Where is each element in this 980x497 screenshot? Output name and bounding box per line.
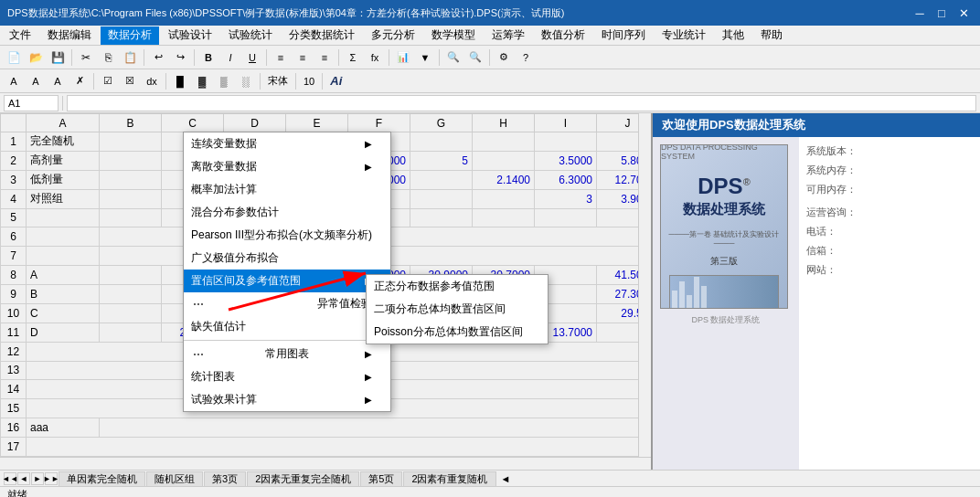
- menu-pearson3[interactable]: Pearson III型分布拟合(水文频率分析): [184, 224, 390, 247]
- cell-H3[interactable]: 2.1400: [473, 170, 535, 189]
- cell-A8[interactable]: A: [27, 266, 100, 285]
- tb2-format3[interactable]: ▒: [214, 71, 234, 91]
- menu-missing-val[interactable]: 缺失值估计: [184, 315, 390, 338]
- col-header-E[interactable]: E: [286, 114, 348, 132]
- col-header-B[interactable]: B: [100, 114, 162, 132]
- cell-G4[interactable]: [410, 189, 473, 208]
- cell-B1[interactable]: [100, 132, 162, 152]
- tb-help[interactable]: ?: [516, 48, 536, 68]
- tb-italic[interactable]: I: [220, 48, 240, 68]
- cell-I2[interactable]: 3.5000: [535, 151, 597, 170]
- cell-B11[interactable]: [100, 323, 162, 342]
- cell-J2[interactable]: 5.8000: [597, 151, 639, 170]
- menu-experiment-calc[interactable]: 试验效果计算 ▶: [184, 388, 390, 411]
- tb-align-center[interactable]: ≡: [293, 48, 313, 68]
- close-button[interactable]: ✕: [954, 5, 973, 21]
- col-header-I[interactable]: I: [535, 114, 597, 132]
- cell-B3[interactable]: [100, 170, 162, 189]
- tb-paste[interactable]: 📋: [120, 48, 140, 68]
- tb-cut[interactable]: ✂: [76, 48, 96, 68]
- tb2-btn1[interactable]: A: [4, 71, 24, 91]
- cell-H2[interactable]: [473, 151, 535, 170]
- cell-J8[interactable]: 41.5000: [597, 266, 639, 285]
- tb-chart[interactable]: 📊: [393, 48, 413, 68]
- tb2-check[interactable]: ☑: [98, 71, 118, 91]
- data-analysis-dropdown[interactable]: 连续变量数据 ▶ 离散变量数据 ▶ 概率加法计算 混合分布参数估计 Pearso…: [183, 132, 391, 412]
- menu-special-stats[interactable]: 专业统计: [655, 26, 713, 45]
- menu-poisson-ci[interactable]: Poisson分布总体均数置信区间: [367, 321, 548, 344]
- menu-help[interactable]: 帮助: [753, 26, 790, 45]
- sheet-nav-prev[interactable]: ◄: [17, 472, 30, 485]
- cell-J9[interactable]: 27.3000: [597, 285, 639, 304]
- cell-J3[interactable]: 12.7000: [597, 170, 639, 189]
- cell-J1[interactable]: [597, 132, 639, 152]
- tb-settings[interactable]: ⚙: [494, 48, 514, 68]
- menu-experiment-stats[interactable]: 试验统计: [221, 26, 280, 45]
- tb-underline[interactable]: U: [242, 48, 262, 68]
- menu-continuous-var[interactable]: 连续变量数据 ▶: [184, 132, 390, 155]
- tb-zoom-in[interactable]: 🔍: [443, 48, 463, 68]
- menu-experiment-design[interactable]: 试验设计: [161, 26, 219, 45]
- tb-save[interactable]: 💾: [48, 48, 68, 68]
- cell-I3[interactable]: 6.3000: [535, 170, 597, 189]
- col-header-J[interactable]: J: [597, 114, 639, 132]
- tb-zoom-out[interactable]: 🔍: [465, 48, 485, 68]
- menu-prob-calc[interactable]: 概率加法计算: [184, 178, 390, 201]
- tb2-btn4[interactable]: ✗: [69, 71, 90, 91]
- menu-operations[interactable]: 运筹学: [485, 26, 532, 45]
- tb2-format1[interactable]: █: [170, 71, 190, 91]
- confidence-submenu[interactable]: 正态分布数据参考值范围 二项分布总体均数置信区间 Poisson分布总体均数置信…: [366, 274, 549, 344]
- minimize-button[interactable]: ─: [911, 5, 929, 21]
- vertical-scrollbar[interactable]: [638, 113, 651, 457]
- cell-I5[interactable]: [535, 208, 597, 227]
- col-header-F[interactable]: F: [348, 114, 410, 132]
- cell-J5[interactable]: [597, 208, 639, 227]
- tb2-x[interactable]: ☒: [120, 71, 140, 91]
- col-header-H[interactable]: H: [473, 114, 535, 132]
- sheet-nav-last[interactable]: ►►: [45, 472, 58, 485]
- menu-discrete-var[interactable]: 离散变量数据 ▶: [184, 155, 390, 178]
- cell-J10[interactable]: 29.500: [597, 303, 639, 323]
- sheet-tab-4[interactable]: 2因素无重复完全随机: [247, 471, 359, 486]
- cell-I1[interactable]: [535, 132, 597, 152]
- cell-A6[interactable]: [27, 227, 100, 247]
- sheet-tab-5[interactable]: 第5页: [360, 471, 402, 486]
- cell-A9[interactable]: B: [27, 285, 100, 304]
- col-header-D[interactable]: D: [224, 114, 286, 132]
- maximize-button[interactable]: □: [932, 5, 951, 21]
- menu-data-edit[interactable]: 数据编辑: [40, 26, 99, 45]
- menu-gev-fit[interactable]: 广义极值分布拟合: [184, 247, 390, 270]
- formula-input[interactable]: [67, 95, 976, 111]
- cell-J4[interactable]: 3.9000: [597, 189, 639, 208]
- cell-B5[interactable]: [100, 208, 162, 227]
- horizontal-scrollbar[interactable]: [0, 457, 651, 470]
- cell-reference-input[interactable]: [4, 95, 59, 111]
- tb-filter[interactable]: ▼: [415, 48, 435, 68]
- cell-B2[interactable]: [100, 151, 162, 170]
- cell-B10[interactable]: [100, 303, 162, 323]
- col-header-A[interactable]: A: [27, 114, 100, 132]
- tb-align-right[interactable]: ≡: [314, 48, 335, 68]
- menu-timeseries[interactable]: 时间序列: [594, 26, 653, 45]
- menu-other[interactable]: 其他: [715, 26, 751, 45]
- tb-align-left[interactable]: ≡: [271, 48, 291, 68]
- tb-func[interactable]: fx: [365, 48, 385, 68]
- menu-mixed-dist[interactable]: 混合分布参数估计: [184, 201, 390, 224]
- tb2-btn3[interactable]: A: [48, 71, 68, 91]
- cell-A10[interactable]: C: [27, 303, 100, 323]
- tb-redo[interactable]: ↪: [170, 48, 190, 68]
- sheet-tab-6[interactable]: 2因素有重复随机: [403, 471, 495, 486]
- cell-I4[interactable]: 3: [535, 189, 597, 208]
- cell-H5[interactable]: [473, 208, 535, 227]
- cell-A4[interactable]: 对照组: [27, 189, 100, 208]
- menu-numerical[interactable]: 数值分析: [534, 26, 592, 45]
- sheet-nav-next[interactable]: ►: [31, 472, 44, 485]
- menu-stat-charts[interactable]: 统计图表 ▶: [184, 365, 390, 388]
- sheet-tab-1[interactable]: 单因素完全随机: [59, 471, 145, 486]
- cell-B4[interactable]: [100, 189, 162, 208]
- cell-H1[interactable]: [473, 132, 535, 152]
- cell-J11[interactable]: [597, 323, 639, 342]
- cell-A11[interactable]: D: [27, 323, 100, 342]
- tb-new[interactable]: 📄: [4, 48, 24, 68]
- menu-math-model[interactable]: 数学模型: [424, 26, 483, 45]
